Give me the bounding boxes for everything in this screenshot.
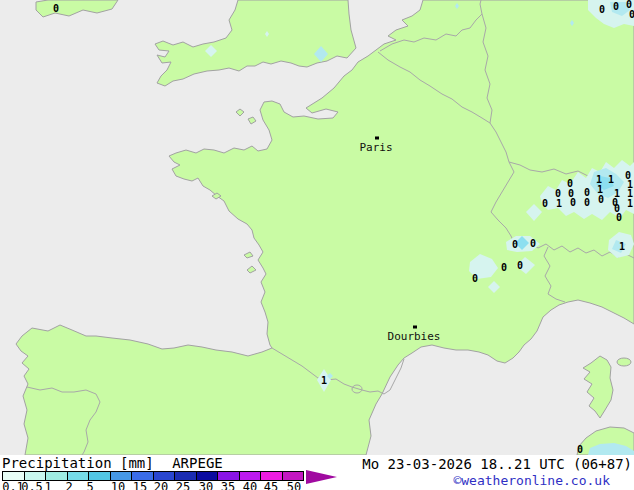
- precip-value-mark: 0: [577, 445, 583, 455]
- colorbar-segment-2: [68, 472, 89, 480]
- precip-value-mark: 0: [570, 198, 576, 208]
- weather-map-screenshot: 000000110000111010000110010000010 ParisD…: [0, 0, 634, 490]
- scale-label: 35: [221, 481, 235, 490]
- legend-unit: [mm]: [120, 455, 154, 471]
- scale-label: 15: [133, 481, 147, 490]
- precip-value-mark: 1: [619, 242, 625, 252]
- scale-label: 2: [65, 481, 72, 490]
- colorbar-segment-1: [46, 472, 67, 480]
- scale-label: 1: [44, 481, 51, 490]
- colorbar-segment-50: [283, 472, 304, 480]
- colorbar-segment-10: [111, 472, 132, 480]
- colorbar-segment-40: [240, 472, 261, 480]
- colorbar-segment-35: [218, 472, 239, 480]
- colorbar-segment-45: [261, 472, 282, 480]
- scale-label: 50: [287, 481, 301, 490]
- colorbar-segment-25: [175, 472, 196, 480]
- legend-title: Precipitation [mm] ARPEGE: [2, 456, 223, 470]
- legend: Precipitation [mm] ARPEGE 0.10.512510152…: [0, 455, 634, 490]
- scale-label: 20: [154, 481, 168, 490]
- precip-value-mark: 0: [599, 5, 605, 15]
- credit-link[interactable]: ©weatheronline.co.uk: [453, 474, 610, 487]
- precip-value-mark: 0: [542, 199, 548, 209]
- precip-value-mark: 0: [598, 195, 604, 205]
- precip-value-mark: 0: [584, 198, 590, 208]
- scale-label: 40: [243, 481, 257, 490]
- scale-label: 5: [86, 481, 93, 490]
- colorbar-segment-30: [197, 472, 218, 480]
- precip-value-mark: 0: [501, 263, 507, 273]
- precip-value-mark: 0: [530, 239, 536, 249]
- colorbar-segment-0.1: [3, 472, 24, 480]
- precip-value-mark: 1: [321, 376, 327, 386]
- precip-value-mark: 1: [556, 199, 562, 209]
- colorbar-segment-5: [89, 472, 110, 480]
- precip-value-mark: 0: [512, 240, 518, 250]
- valid-time-label: Mo 23-03-2026 18..21 UTC (06+87): [362, 457, 632, 471]
- colorbar-segment-15: [132, 472, 153, 480]
- scale-label: 30: [199, 481, 213, 490]
- elba-island: [617, 358, 631, 366]
- scale-label: 45: [264, 481, 278, 490]
- legend-model: ARPEGE: [172, 455, 223, 471]
- scale-label: 25: [176, 481, 190, 490]
- precip-value-mark: 0: [616, 213, 622, 223]
- city-label-paris: Paris: [359, 142, 392, 153]
- city-label-dourbies: Dourbies: [388, 331, 441, 342]
- precip-value-mark: 0: [517, 261, 523, 271]
- colorbar-scale-labels: 0.10.5125101520253035404550: [0, 481, 340, 490]
- precipitation-map: 000000110000111010000110010000010 ParisD…: [0, 0, 634, 455]
- city-dot-paris: [375, 137, 379, 140]
- precip-value-mark: 0: [613, 2, 619, 12]
- colorbar-segment-20: [154, 472, 175, 480]
- map-svg: [0, 0, 634, 455]
- scale-label: 10: [111, 481, 125, 490]
- precip-value-mark: 1: [627, 199, 633, 209]
- legend-parameter: Precipitation: [2, 455, 112, 471]
- scale-label: 0.5: [21, 481, 43, 490]
- precip-value-mark: 1: [608, 175, 614, 185]
- precip-value-mark: 0: [53, 4, 59, 14]
- colorbar-segment-0.5: [25, 472, 46, 480]
- precip-value-mark: 0: [472, 274, 478, 284]
- city-dot-dourbies: [413, 326, 417, 329]
- precip-value-mark: 0: [629, 10, 634, 20]
